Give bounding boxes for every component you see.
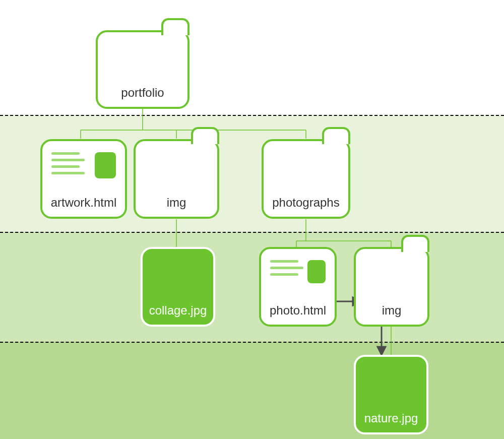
folder-node-img: img xyxy=(134,139,219,219)
image-thumb-icon xyxy=(307,260,326,283)
folder-node-img-2: img xyxy=(354,247,429,327)
folder-node-portfolio: portfolio xyxy=(96,30,190,109)
folder-tab-icon xyxy=(161,18,190,35)
node-label: portfolio xyxy=(121,86,164,100)
folder-tab-icon xyxy=(322,127,350,144)
node-label: photographs xyxy=(272,196,339,210)
node-label: photo.html xyxy=(270,303,326,318)
text-lines-icon xyxy=(270,260,306,280)
html-node-photo: photo.html xyxy=(259,247,337,327)
node-label: artwork.html xyxy=(51,196,117,210)
folder-node-photographs: photographs xyxy=(262,139,350,219)
html-node-artwork: artwork.html xyxy=(40,139,127,219)
image-node-nature: nature.jpg xyxy=(354,355,428,434)
svg-marker-14 xyxy=(377,347,386,355)
text-lines-icon xyxy=(51,152,88,178)
image-thumb-icon xyxy=(95,152,116,178)
node-label: img xyxy=(382,303,402,318)
tree-connectors xyxy=(0,0,504,439)
node-label: img xyxy=(167,196,186,210)
node-label: collage.jpg xyxy=(149,303,207,318)
node-label: nature.jpg xyxy=(364,411,418,425)
folder-tab-icon xyxy=(191,127,219,144)
image-node-collage: collage.jpg xyxy=(141,247,215,327)
folder-tab-icon xyxy=(401,235,429,252)
